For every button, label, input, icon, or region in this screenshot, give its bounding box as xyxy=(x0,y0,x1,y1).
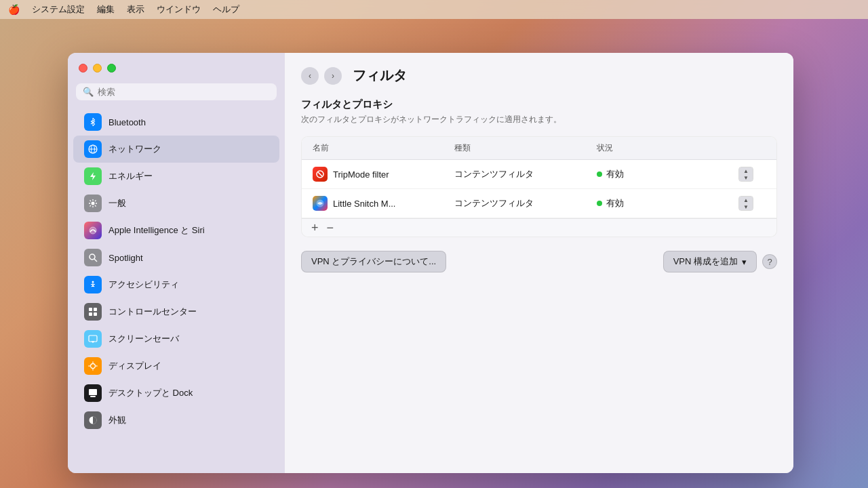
energy-icon xyxy=(84,167,102,185)
vpn-add-button[interactable]: VPN 構成を追加 ▾ xyxy=(663,251,757,272)
status-indicator-1: 有効 xyxy=(597,168,624,180)
display-icon xyxy=(84,357,102,375)
sidebar-item-bluetooth[interactable]: Bluetooth xyxy=(73,108,279,136)
col-header-status: 状況 xyxy=(597,142,738,154)
row1-name-text: TripMode filter xyxy=(333,169,389,180)
general-icon xyxy=(84,195,102,212)
sidebar-item-network[interactable]: ネットワーク xyxy=(73,136,279,163)
littlesnitch-icon xyxy=(313,196,328,211)
row1-type: コンテンツフィルタ xyxy=(454,168,596,180)
appearance-icon xyxy=(84,411,102,429)
vpn-add-label: VPN 構成を追加 xyxy=(673,256,738,268)
svg-rect-20 xyxy=(89,389,97,395)
row1-status: 有効 xyxy=(597,168,738,180)
sidebar-label-network: ネットワーク xyxy=(108,143,161,155)
menu-view[interactable]: 表示 xyxy=(127,3,144,16)
col-header-type: 種類 xyxy=(454,142,596,154)
sidebar-item-appearance[interactable]: 外観 xyxy=(73,407,279,434)
sidebar-item-display[interactable]: ディスプレイ xyxy=(73,352,279,380)
close-button[interactable] xyxy=(79,64,87,73)
vpn-privacy-link-button[interactable]: VPN とプライバシーについて... xyxy=(301,251,446,272)
row2-status: 有効 xyxy=(597,197,738,209)
table-row: Little Snitch M... コンテンツフィルタ 有効 ▲ ▼ xyxy=(302,189,776,218)
search-bar[interactable]: 🔍 xyxy=(76,83,277,100)
add-filter-button[interactable]: + xyxy=(307,222,323,234)
vpn-dropdown-icon: ▾ xyxy=(742,257,747,267)
traffic-lights xyxy=(68,64,285,83)
svg-rect-21 xyxy=(90,396,96,397)
svg-rect-11 xyxy=(94,312,97,316)
sidebar-label-spotlight: Spotlight xyxy=(108,253,143,263)
menu-edit[interactable]: 編集 xyxy=(97,3,115,16)
row2-name-text: Little Snitch M... xyxy=(333,199,395,209)
col-header-action xyxy=(738,142,766,154)
status-indicator-2: 有効 xyxy=(597,197,624,209)
sidebar-item-screensaver[interactable]: スクリーンセーバ xyxy=(73,325,279,352)
row2-stepper[interactable]: ▲ ▼ xyxy=(738,196,766,211)
search-input[interactable] xyxy=(98,87,270,97)
row2-name: Little Snitch M... xyxy=(313,196,454,211)
stepper-up-1[interactable]: ▲ xyxy=(739,167,753,174)
sidebar-item-desktop-dock[interactable]: デスクトップと Dock xyxy=(73,380,279,407)
main-window: 🔍 Bluetooth ネットワーク xyxy=(68,53,793,473)
help-button[interactable]: ? xyxy=(762,254,777,269)
col-header-name: 名前 xyxy=(313,142,454,154)
status-dot-2 xyxy=(597,201,602,206)
screensaver-icon xyxy=(84,330,102,348)
svg-line-24 xyxy=(318,172,322,176)
sidebar: 🔍 Bluetooth ネットワーク xyxy=(68,53,285,473)
svg-point-7 xyxy=(92,281,94,283)
table-header: 名前 種類 状況 xyxy=(302,137,776,160)
network-icon xyxy=(84,140,102,158)
main-content: ‹ › フィルタ フィルタとプロキシ 次のフィルタとプロキシがネットワークトラフ… xyxy=(285,53,793,473)
sidebar-label-bluetooth: Bluetooth xyxy=(108,117,146,127)
desktop-dock-icon xyxy=(84,384,102,402)
stepper-up-2[interactable]: ▲ xyxy=(739,197,753,203)
menu-window[interactable]: ウインドウ xyxy=(157,3,201,16)
vpn-add-wrap: VPN 構成を追加 ▾ ? xyxy=(663,251,777,272)
sidebar-item-energy[interactable]: エネルギー xyxy=(73,163,279,190)
forward-button[interactable]: › xyxy=(324,67,342,85)
sidebar-item-control-center[interactable]: コントロールセンター xyxy=(73,298,279,325)
stepper-1[interactable]: ▲ ▼ xyxy=(738,167,753,182)
page-title: フィルタ xyxy=(353,66,407,85)
row1-stepper[interactable]: ▲ ▼ xyxy=(738,167,766,182)
apple-menu[interactable]: 🍎 xyxy=(8,4,20,15)
svg-point-4 xyxy=(90,227,96,234)
sidebar-item-accessibility[interactable]: アクセシビリティ xyxy=(73,271,279,298)
svg-line-6 xyxy=(94,259,97,262)
sidebar-label-control-center: コントロールセンター xyxy=(108,306,197,318)
status-dot-1 xyxy=(597,171,602,177)
search-icon: 🔍 xyxy=(83,87,94,97)
menubar: 🍎 システム設定 編集 表示 ウインドウ ヘルプ xyxy=(0,0,868,19)
stepper-down-1[interactable]: ▼ xyxy=(739,174,753,181)
svg-rect-9 xyxy=(94,308,97,311)
stepper-down-2[interactable]: ▼ xyxy=(739,203,753,210)
svg-rect-12 xyxy=(89,336,97,342)
table-footer: + − xyxy=(302,218,776,237)
remove-filter-button[interactable]: − xyxy=(323,222,338,234)
sidebar-label-general: 一般 xyxy=(108,197,126,209)
control-center-icon xyxy=(84,303,102,321)
maximize-button[interactable] xyxy=(107,64,116,73)
tripmode-icon xyxy=(313,167,328,182)
siri-icon xyxy=(84,222,102,239)
stepper-2[interactable]: ▲ ▼ xyxy=(738,196,753,211)
table-row: TripMode filter コンテンツフィルタ 有効 ▲ ▼ xyxy=(302,160,776,189)
sidebar-item-siri[interactable]: Apple Intelligence と Siri xyxy=(73,217,279,244)
sidebar-item-spotlight[interactable]: Spotlight xyxy=(73,244,279,271)
spotlight-icon xyxy=(84,249,102,266)
back-button[interactable]: ‹ xyxy=(301,67,319,85)
menu-help[interactable]: ヘルプ xyxy=(213,3,239,16)
sidebar-label-desktop-dock: デスクトップと Dock xyxy=(108,387,193,399)
sidebar-label-appearance: 外観 xyxy=(108,414,126,426)
section-title: フィルタとプロキシ xyxy=(301,98,777,111)
sidebar-label-accessibility: アクセシビリティ xyxy=(108,279,179,291)
accessibility-icon xyxy=(84,276,102,293)
minimize-button[interactable] xyxy=(93,64,102,73)
sidebar-label-screensaver: スクリーンセーバ xyxy=(108,333,179,345)
sidebar-label-siri: Apple Intelligence と Siri xyxy=(108,224,205,237)
svg-rect-8 xyxy=(89,308,92,311)
sidebar-item-general[interactable]: 一般 xyxy=(73,190,279,217)
menu-system-preferences[interactable]: システム設定 xyxy=(32,3,85,16)
